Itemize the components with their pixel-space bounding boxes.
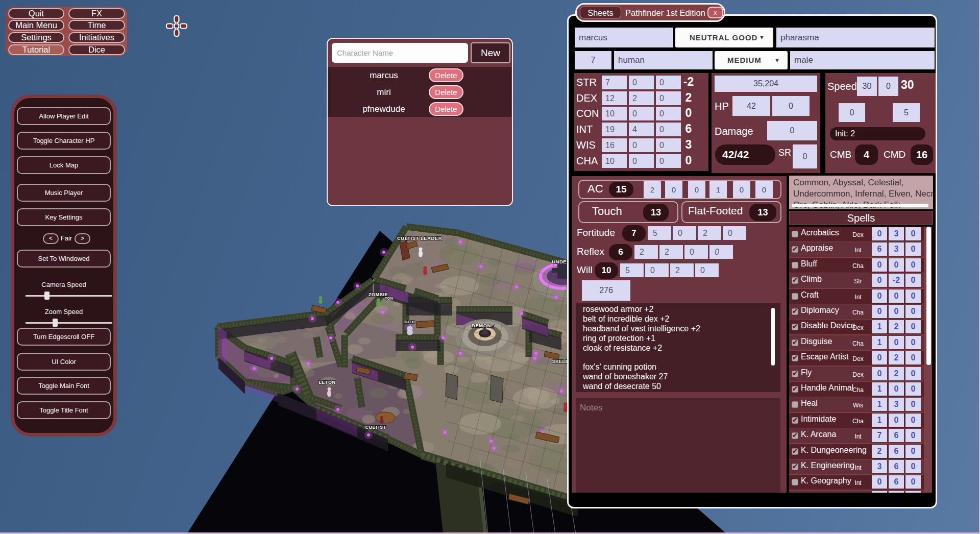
- svg-text:DEMON: DEMON: [472, 323, 491, 328]
- svg-text:CULTIST LEADER: CULTIST LEADER: [397, 235, 442, 241]
- svg-text:TON: TON: [385, 297, 393, 300]
- svg-text:CULTIST: CULTIST: [365, 425, 386, 430]
- svg-text:LETON: LETON: [319, 380, 336, 385]
- svg-text:CUTX: CUTX: [403, 320, 414, 324]
